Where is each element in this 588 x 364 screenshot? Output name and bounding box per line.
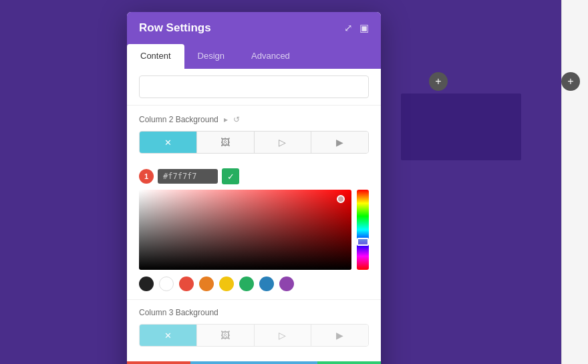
- step-badge: 1: [139, 169, 154, 184]
- cancel-button[interactable]: ✕: [127, 361, 190, 364]
- col3-video-icon: ▷: [279, 330, 286, 341]
- column3-bg-type-tabs: ✕ 🖼 ▷ ▶: [139, 324, 369, 347]
- column3-label: Column 3 Background: [139, 308, 369, 317]
- swatch-red[interactable]: [179, 277, 194, 291]
- color-input-row: 1 ✓: [127, 168, 381, 190]
- checkmark-icon: ✓: [227, 172, 235, 182]
- save-button[interactable]: ✓: [317, 361, 381, 364]
- hex-input[interactable]: [158, 169, 218, 184]
- modal-body: Column 2 Background ▸ ↺ ✕ 🖼 ▷ ▶: [127, 69, 381, 361]
- column3-section: Column 3 Background ✕ 🖼 ▷ ▶: [127, 299, 381, 361]
- video-icon: ▷: [279, 137, 286, 148]
- search-input[interactable]: [139, 75, 369, 98]
- hue-slider[interactable]: [357, 190, 369, 270]
- redo-button[interactable]: ↻: [254, 361, 317, 364]
- color-gradient-box[interactable]: [139, 190, 351, 270]
- swatch-orange[interactable]: [199, 277, 214, 291]
- tab-advanced[interactable]: Advanced: [238, 44, 303, 69]
- modal-header: Row Settings ⤢ ▣: [127, 12, 381, 44]
- color-gradient-wrapper: [139, 190, 369, 270]
- search-area: [127, 69, 381, 106]
- add-column-button[interactable]: +: [429, 72, 448, 91]
- tab-content[interactable]: Content: [127, 44, 184, 69]
- bg-type-tabs: ✕ 🖼 ▷ ▶: [139, 131, 369, 154]
- bg-type-video[interactable]: ▷: [255, 132, 312, 153]
- row-settings-modal: Row Settings ⤢ ▣ Content Design Advanced…: [127, 12, 381, 364]
- no-bg-icon: ✕: [164, 138, 172, 148]
- col3-bg-type-video[interactable]: ▷: [255, 325, 312, 346]
- col3-no-bg-icon: ✕: [164, 331, 172, 341]
- swatch-purple[interactable]: [279, 277, 294, 291]
- col3-bg-type-image[interactable]: 🖼: [197, 325, 255, 346]
- bg-type-gradient[interactable]: ▶: [311, 132, 368, 153]
- cursor-icon[interactable]: ▸: [224, 115, 228, 124]
- hue-cursor[interactable]: [357, 238, 369, 246]
- undo-button[interactable]: ↺: [190, 361, 254, 364]
- confirm-color-button[interactable]: ✓: [222, 168, 239, 184]
- col3-image-icon: 🖼: [220, 330, 230, 341]
- gradient-cursor[interactable]: [337, 195, 345, 203]
- bg-type-none[interactable]: ✕: [140, 132, 197, 153]
- column2-label: Column 2 Background ▸ ↺: [139, 115, 369, 124]
- swatch-yellow[interactable]: [219, 277, 234, 291]
- tab-design[interactable]: Design: [184, 44, 238, 69]
- modal-header-icons: ⤢ ▣: [344, 22, 369, 34]
- purple-column-preview: [401, 94, 521, 160]
- modal-title: Row Settings: [139, 21, 211, 35]
- split-icon[interactable]: ▣: [359, 22, 369, 34]
- reset-icon[interactable]: ↺: [233, 115, 240, 124]
- plus-far-icon: +: [567, 75, 573, 87]
- modal-tabs: Content Design Advanced: [127, 44, 381, 69]
- col3-gradient-icon: ▶: [336, 330, 343, 341]
- swatch-green[interactable]: [239, 277, 254, 291]
- expand-icon[interactable]: ⤢: [344, 22, 353, 34]
- col3-bg-type-gradient[interactable]: ▶: [311, 325, 368, 346]
- right-sidebar: [561, 0, 588, 364]
- swatch-black[interactable]: [139, 277, 154, 291]
- color-swatches: [127, 277, 381, 299]
- col3-bg-type-none[interactable]: ✕: [140, 325, 197, 346]
- bg-type-image[interactable]: 🖼: [197, 132, 255, 153]
- gradient-icon: ▶: [336, 137, 343, 148]
- swatch-white[interactable]: [159, 277, 174, 291]
- modal-footer: ✕ ↺ ↻ ✓: [127, 361, 381, 364]
- add-column-far-button[interactable]: +: [561, 72, 580, 91]
- swatch-blue[interactable]: [259, 277, 274, 291]
- plus-icon: +: [435, 75, 441, 87]
- column2-section: Column 2 Background ▸ ↺ ✕ 🖼 ▷ ▶: [127, 106, 381, 168]
- image-icon: 🖼: [220, 137, 230, 148]
